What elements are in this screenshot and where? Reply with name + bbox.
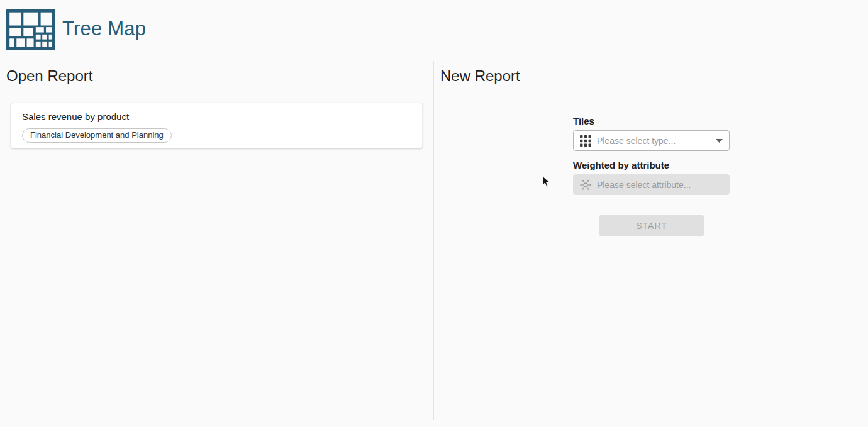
weighted-by-attribute-label: Weighted by attribute: [573, 160, 669, 170]
report-tag: Financial Development and Planning: [22, 128, 172, 143]
app-window: Tree Map Open Report Sales revenue by pr…: [0, 0, 868, 427]
app-title: Tree Map: [62, 18, 146, 40]
new-report-heading: New Report: [440, 67, 520, 85]
weighted-select-placeholder: Please select attribute...: [597, 180, 723, 190]
hub-icon: [580, 179, 591, 191]
grid-icon: [580, 135, 591, 147]
app-header: Tree Map: [0, 0, 868, 60]
tiles-label: Tiles: [573, 116, 594, 126]
report-title: Sales revenue by product: [22, 111, 411, 123]
report-card[interactable]: Sales revenue by product Financial Devel…: [11, 103, 423, 148]
weighted-attribute-select[interactable]: Please select attribute...: [573, 174, 730, 195]
mouse-cursor: [540, 174, 550, 188]
chevron-down-icon: [716, 139, 723, 143]
treemap-logo-icon: [6, 9, 55, 50]
start-button[interactable]: START: [599, 215, 704, 236]
open-report-heading: Open Report: [6, 67, 92, 85]
tiles-select-placeholder: Please select type...: [597, 136, 712, 146]
tiles-select[interactable]: Please select type...: [573, 130, 730, 151]
panel-divider: [433, 61, 434, 420]
